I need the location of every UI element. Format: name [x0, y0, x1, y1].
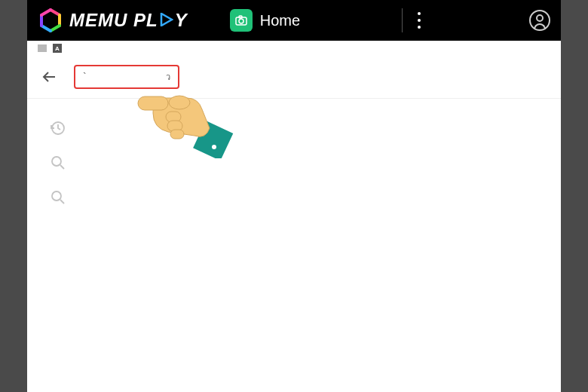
svg-line-5 [41, 26, 51, 31]
more-menu-icon[interactable] [415, 9, 424, 32]
avatar-icon[interactable] [529, 10, 550, 31]
search-input[interactable]: ` ว [74, 65, 179, 89]
camera-icon [230, 9, 253, 32]
svg-line-7 [41, 10, 51, 15]
header-bar: MEMU PLY Home [27, 0, 561, 41]
suggestions-list [27, 99, 561, 227]
search-cursor: ว [166, 70, 170, 84]
divider [402, 8, 403, 32]
list-item[interactable] [27, 145, 561, 180]
memu-logo-icon [38, 8, 63, 33]
brand-name: MEMU PLY [69, 10, 188, 31]
list-item[interactable] [27, 111, 561, 145]
history-icon [50, 120, 66, 136]
svg-line-2 [51, 10, 60, 15]
home-button[interactable]: Home [230, 9, 300, 32]
home-label: Home [260, 12, 300, 29]
brand-logo[interactable]: MEMU PLY [38, 8, 188, 33]
svg-line-4 [51, 26, 60, 31]
status-bar: A [27, 41, 561, 56]
search-icon [50, 189, 66, 206]
svg-line-17 [60, 200, 64, 204]
svg-point-14 [52, 157, 61, 166]
svg-line-15 [60, 165, 64, 169]
svg-marker-8 [161, 14, 172, 26]
svg-point-16 [52, 191, 61, 201]
keyboard-icon [38, 44, 47, 52]
back-arrow-icon[interactable] [41, 68, 59, 86]
list-item[interactable] [27, 180, 561, 215]
svg-point-10 [239, 19, 243, 23]
input-mode-icon: A [53, 44, 62, 53]
search-icon [50, 155, 66, 171]
search-text-start: ` [83, 71, 87, 83]
app-window: MEMU PLY Home [27, 0, 561, 392]
search-row: ` ว [27, 56, 561, 99]
header-right [390, 8, 550, 32]
